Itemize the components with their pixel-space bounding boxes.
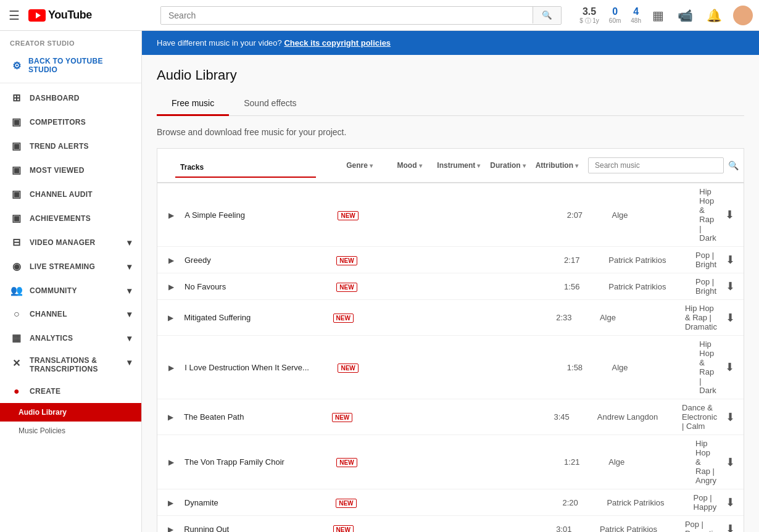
main-content: Have different music in your video? Chec… <box>142 31 759 532</box>
sidebar-item-analytics[interactable]: ▦ ANALYTICS ▾ <box>0 326 141 350</box>
duration-sort-icon: ▾ <box>523 162 526 169</box>
th-genre[interactable]: Genre ▾ <box>341 157 392 173</box>
achievements-icon: ▣ <box>10 212 23 224</box>
track-artist-6: Alge <box>608 457 695 467</box>
th-new-spacer <box>316 162 342 169</box>
th-mood-label: Mood <box>397 161 417 170</box>
track-artist-7: Patrick Patrikios <box>607 498 693 507</box>
stat-sub-60m: 60m <box>609 17 621 25</box>
col-download-7: ⬇ <box>716 496 744 509</box>
track-duration-5: 3:45 <box>549 412 597 422</box>
new-badge-2: NEW <box>336 283 357 292</box>
tab-free-music[interactable]: Free music <box>157 92 229 116</box>
search-bar: 🔍 <box>160 6 562 25</box>
th-tracks[interactable]: Tracks <box>175 159 316 178</box>
sidebar-label-video-manager: VIDEO MANAGER <box>30 238 96 247</box>
sidebar-item-channel-audit[interactable]: ▣ CHANNEL AUDIT <box>0 182 141 206</box>
track-name-8: Running Out <box>184 525 333 533</box>
play-button-8[interactable]: ▶ <box>168 525 173 533</box>
channel-audit-icon: ▣ <box>10 188 23 200</box>
sidebar-item-live-streaming[interactable]: ◉ LIVE STREAMING ▾ <box>0 254 141 278</box>
instrument-sort-icon: ▾ <box>477 162 480 169</box>
sidebar-item-translations[interactable]: ✕ TRANSLATIONS & TRANSCRIPTIONS ▾ <box>0 350 141 380</box>
sidebar-label-translations: TRANSLATIONS & TRANSCRIPTIONS <box>30 356 121 373</box>
new-badge-6: NEW <box>336 458 357 467</box>
download-button-7[interactable]: ⬇ <box>726 496 735 509</box>
download-button-3[interactable]: ⬇ <box>726 311 735 325</box>
sidebar-label-create: CREATE <box>30 387 60 396</box>
back-label: BACK TO YOUTUBE STUDIO <box>28 57 131 74</box>
sidebar-item-competitors[interactable]: ▣ COMPETITORS <box>0 110 141 134</box>
sidebar-label-channel: CHANNEL <box>30 310 67 318</box>
sidebar-label-live-streaming: LIVE STREAMING <box>30 262 95 271</box>
sidebar-item-community[interactable]: 👥 COMMUNITY ▾ <box>0 278 141 302</box>
th-duration[interactable]: Duration ▾ <box>485 157 530 173</box>
sidebar-item-trend-alerts[interactable]: ▣ TREND ALERTS <box>0 134 141 158</box>
track-rows: ▶ A Simple Feeling NEW 2:07 Alge Hip Hop… <box>157 183 744 532</box>
tab-sound-effects[interactable]: Sound effects <box>229 92 311 116</box>
play-button-1[interactable]: ▶ <box>168 256 174 265</box>
download-button-8[interactable]: ⬇ <box>726 522 735 532</box>
col-new-2: NEW <box>336 282 369 291</box>
download-button-4[interactable]: ⬇ <box>725 360 734 374</box>
sidebar-item-channel[interactable]: ○ CHANNEL ▾ <box>0 302 141 326</box>
sidebar-label-channel-audit: CHANNEL AUDIT <box>30 190 93 199</box>
sidebar-sub-audio-library[interactable]: Audio Library <box>0 403 141 422</box>
play-button-6[interactable]: ▶ <box>168 458 174 467</box>
sidebar-item-video-manager[interactable]: ⊟ VIDEO MANAGER ▾ <box>0 230 141 254</box>
search-music-input[interactable] <box>588 157 724 173</box>
hamburger-menu[interactable]: ☰ <box>6 6 22 25</box>
th-mood[interactable]: Mood ▾ <box>392 157 433 173</box>
avatar[interactable] <box>733 6 753 25</box>
sidebar-item-achievements[interactable]: ▣ ACHIEVEMENTS <box>0 206 141 230</box>
stat-48h: 4 48h <box>631 6 641 25</box>
notice-text: Have different music in your video? <box>157 38 282 48</box>
col-new-1: NEW <box>336 256 369 265</box>
bell-icon-btn[interactable]: 🔔 <box>704 6 724 25</box>
play-button-0[interactable]: ▶ <box>168 211 174 220</box>
download-button-2[interactable]: ⬇ <box>726 280 735 293</box>
play-button-7[interactable]: ▶ <box>168 499 173 507</box>
download-button-6[interactable]: ⬇ <box>726 455 735 469</box>
download-button-1[interactable]: ⬇ <box>726 253 735 267</box>
table-row: ▶ The Von Trapp Family Choir NEW 1:21 Al… <box>157 435 744 489</box>
track-genre-8: Pop | Dramatic <box>685 520 717 532</box>
track-duration-2: 1:56 <box>559 282 608 291</box>
track-name-5: The Beaten Path <box>184 412 332 422</box>
col-new-7: NEW <box>336 498 368 507</box>
copyright-link[interactable]: Check its copyright policies <box>284 38 391 48</box>
search-button[interactable]: 🔍 <box>533 7 561 23</box>
play-button-3[interactable]: ▶ <box>168 314 173 322</box>
track-genre-0: Hip Hop & Rap | Dark <box>699 187 716 243</box>
search-input[interactable] <box>161 7 533 24</box>
sidebar-item-dashboard[interactable]: ⊞ DASHBOARD <box>0 86 141 110</box>
search-music-button[interactable]: 🔍 <box>728 160 739 170</box>
camera-icon-btn[interactable]: 📹 <box>675 6 695 25</box>
new-badge-7: NEW <box>336 499 356 508</box>
track-duration-0: 2:07 <box>562 210 612 220</box>
back-to-studio[interactable]: ⚙ BACK TO YOUTUBE STUDIO <box>0 51 141 80</box>
play-button-4[interactable]: ▶ <box>168 364 174 372</box>
chart-icon-btn[interactable]: ▦ <box>650 6 666 25</box>
col-download-5: ⬇ <box>717 410 744 424</box>
page-title: Audio Library <box>157 67 744 83</box>
col-play-1: ▶ <box>157 256 185 265</box>
download-button-0[interactable]: ⬇ <box>725 208 734 222</box>
table-row: ▶ Mitigated Suffering NEW 2:33 Alge Hip … <box>157 300 744 336</box>
th-instrument[interactable]: Instrument ▾ <box>432 157 485 173</box>
stats-group: 3.5 $ ⓘ 1y 0 60m 4 48h <box>579 6 641 25</box>
track-artist-8: Patrick Patrikios <box>600 525 685 533</box>
track-artist-1: Patrick Patrikios <box>608 256 695 265</box>
sidebar-item-create[interactable]: ● CREATE <box>0 380 141 403</box>
sidebar-divider-1 <box>0 83 141 83</box>
download-button-5[interactable]: ⬇ <box>726 410 735 424</box>
sidebar-item-most-viewed[interactable]: ▣ MOST VIEWED <box>0 158 141 182</box>
col-new-4: NEW <box>338 363 370 372</box>
track-name-7: Dynamite <box>185 498 336 507</box>
chevron-down-icon-6: ▾ <box>127 357 131 367</box>
play-button-5[interactable]: ▶ <box>168 413 173 422</box>
sidebar-sub-music-policies[interactable]: Music Policies <box>0 422 141 440</box>
th-attribution[interactable]: Attribution ▾ <box>531 157 583 173</box>
youtube-logo[interactable]: YouTube <box>28 9 92 22</box>
play-button-2[interactable]: ▶ <box>168 283 174 291</box>
